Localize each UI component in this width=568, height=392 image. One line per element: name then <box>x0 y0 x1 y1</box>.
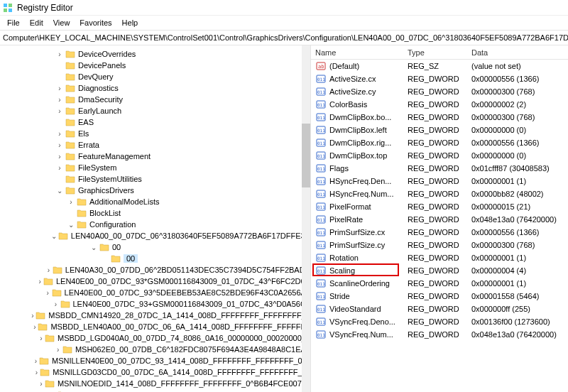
chevron-down-icon[interactable]: ⌄ <box>67 221 75 229</box>
value-row[interactable]: 011PixelRateREG_DWORD0x048e13a0 (7642000… <box>311 213 568 226</box>
tree-node[interactable]: DevicePanels <box>0 60 310 71</box>
value-row[interactable]: 011DwmClipBox.bo...REG_DWORD0x00000300 (… <box>311 111 568 124</box>
tree-node[interactable]: ›LEN40E00_00_07DC_93^5DEEBEB53AE8C52BDE9… <box>0 287 310 298</box>
chevron-right-icon[interactable]: › <box>39 380 43 388</box>
chevron-right-icon[interactable]: › <box>55 164 64 172</box>
tree-node[interactable]: ›MSNILLGD03CD0_00_07DC_6A_1414_008D_FFFF… <box>0 366 310 378</box>
menu-favorites[interactable]: Favorites <box>75 17 116 28</box>
tree-node[interactable]: ›FeatureManagement <box>0 151 310 162</box>
value-row[interactable]: 011HSyncFreq.Num...REG_DWORD0x0000bb82 (… <box>311 187 568 200</box>
tree-node[interactable]: EAS <box>0 116 310 128</box>
value-row[interactable]: 011DwmClipBox.leftREG_DWORD0x00000000 (0… <box>311 124 568 136</box>
tree-node[interactable]: ›Els <box>0 128 310 139</box>
chevron-right-icon[interactable]: › <box>55 50 64 58</box>
column-header-type[interactable]: Type <box>403 48 467 57</box>
svg-text:011: 011 <box>317 332 325 337</box>
dword-value-icon: 011 <box>315 189 327 199</box>
menu-file[interactable]: File <box>3 17 24 28</box>
tree-node[interactable]: ›MSBDD_LEN40A00_00_07DC_06_6A_1414_008D_… <box>0 321 310 332</box>
value-type: REG_DWORD <box>403 190 467 198</box>
tree-node[interactable]: ›MSNILLEN40E00_00_07DC_93_1414_008D_FFFF… <box>0 355 310 366</box>
svg-text:011: 011 <box>317 179 325 184</box>
tree-node[interactable]: ›AdditionalModeLists <box>0 196 310 207</box>
value-row[interactable]: 011StrideREG_DWORD0x00001558 (5464) <box>311 290 568 303</box>
tree-node[interactable]: ›MSBDD_LGD040A0_00_07DD_74_8086_0A16_000… <box>0 332 310 344</box>
menu-view[interactable]: View <box>49 17 75 28</box>
chevron-right-icon[interactable]: › <box>55 346 60 354</box>
chevron-right-icon[interactable]: › <box>46 266 51 274</box>
value-row[interactable]: 011PrimSurfSize.cyREG_DWORD0x00000300 (7… <box>311 239 568 251</box>
chevron-right-icon[interactable]: › <box>34 357 38 365</box>
tree-node[interactable]: ›DeviceOverrides <box>0 48 310 60</box>
chevron-right-icon[interactable]: › <box>67 198 75 206</box>
value-row[interactable]: 011VSyncFreq.Deno...REG_DWORD0x00136f00 … <box>311 315 568 328</box>
chevron-down-icon[interactable]: ⌄ <box>55 187 64 195</box>
value-row[interactable]: 011PixelFormatREG_DWORD0x00000015 (21) <box>311 200 568 213</box>
tree-node[interactable]: ⌄GraphicsDrivers <box>0 185 310 196</box>
value-row[interactable]: ab(Default)REG_SZ(value not set) <box>311 60 568 72</box>
chevron-right-icon[interactable]: › <box>35 369 38 376</box>
tree-node[interactable]: ›MSBDD_CMN14920_28_07DC_1A_1414_008D_FFF… <box>0 310 310 321</box>
column-header-data[interactable]: Data <box>467 48 568 57</box>
chevron-right-icon[interactable]: › <box>53 300 58 308</box>
menu-edit[interactable]: Edit <box>26 17 48 28</box>
value-row[interactable]: 011DwmClipBox.rig...REG_DWORD0x00000556 … <box>311 136 568 149</box>
tree-node[interactable]: ›MSH062E0_00_07DB_C6^182FDC8075F694A3E4A… <box>0 344 310 355</box>
tree-node[interactable]: ›LEN40A30_00_07DD_06^2BD051143DEC35C7394… <box>0 264 310 276</box>
value-row[interactable]: 011ColorBasisREG_DWORD0x00000002 (2) <box>311 98 568 111</box>
value-row[interactable]: 011VideoStandardREG_DWORD0x000000ff (255… <box>311 303 568 315</box>
value-row[interactable]: 011ActiveSize.cyREG_DWORD0x00000300 (768… <box>311 85 568 98</box>
dword-value-icon: 011 <box>315 304 327 314</box>
svg-text:011: 011 <box>317 102 325 107</box>
value-type: REG_DWORD <box>403 151 467 160</box>
address-bar[interactable]: Computer\HKEY_LOCAL_MACHINE\SYSTEM\Contr… <box>0 30 568 45</box>
chevron-right-icon[interactable]: › <box>45 289 50 297</box>
value-row[interactable]: 011FlagsREG_DWORD0x01cfff87 (30408583) <box>311 162 568 175</box>
dword-value-icon: 011 <box>315 317 327 327</box>
tree-node[interactable]: 00 <box>0 253 310 264</box>
tree-node[interactable]: FileSystemUtilities <box>0 173 310 185</box>
chevron-right-icon[interactable]: › <box>55 130 64 138</box>
tree-node-label: DmaSecurity <box>78 95 123 104</box>
tree-node[interactable]: ›LEN40E00_07DC_93+GSM000116843009_01_07D… <box>0 298 310 310</box>
value-row[interactable]: 011HSyncFreq.Den...REG_DWORD0x00000001 (… <box>311 175 568 187</box>
tree-node[interactable]: ›SIMULATED_8086_1616_00000000_00000002_0… <box>0 389 310 392</box>
folder-icon <box>111 254 121 263</box>
chevron-right-icon[interactable]: › <box>38 278 42 285</box>
folder-icon <box>65 50 75 58</box>
tree-node[interactable]: BlockList <box>0 207 310 219</box>
chevron-right-icon[interactable]: › <box>33 323 36 331</box>
chevron-right-icon[interactable]: › <box>55 153 64 160</box>
tree-node[interactable]: ›MSNILNOEDID_1414_008D_FFFFFFFF_FFFFFFFF… <box>0 378 310 389</box>
chevron-down-icon[interactable]: ⌄ <box>51 232 57 240</box>
chevron-down-icon[interactable]: ⌄ <box>89 244 98 251</box>
value-data: 0x00136f00 (1273600) <box>467 317 568 326</box>
tree-node[interactable]: ›Diagnostics <box>0 82 310 94</box>
value-row[interactable]: 011RotationREG_DWORD0x00000001 (1) <box>311 251 568 264</box>
value-row[interactable]: 011PrimSurfSize.cxREG_DWORD0x00000556 (1… <box>311 226 568 239</box>
menu-help[interactable]: Help <box>118 17 143 28</box>
tree-node[interactable]: ⌄00 <box>0 241 310 253</box>
tree-node[interactable]: ›LEN40E00_00_07DC_93*GSM000116843009_01_… <box>0 276 310 287</box>
tree-pane[interactable]: ›DeviceOverridesDevicePanelsDevQuery›Dia… <box>0 45 311 392</box>
tree-node[interactable]: ›EarlyLaunch <box>0 105 310 116</box>
chevron-right-icon[interactable]: › <box>39 334 43 342</box>
value-row[interactable]: 011VSyncFreq.Num...REG_DWORD0x048e13a0 (… <box>311 328 568 341</box>
tree-node[interactable]: ›Errata <box>0 139 310 151</box>
column-header-name[interactable]: Name <box>311 48 403 57</box>
chevron-right-icon[interactable]: › <box>55 85 64 92</box>
tree-node[interactable]: ⌄LEN40A00_00_07DC_06^31803640F5EF5089A77… <box>0 230 310 241</box>
value-row[interactable]: 011ActiveSize.cxREG_DWORD0x00000556 (136… <box>311 72 568 85</box>
tree-scrollbar-thumb[interactable] <box>302 124 310 187</box>
tree-node[interactable]: ›DmaSecurity <box>0 94 310 105</box>
tree-node[interactable]: ›FileSystem <box>0 162 310 173</box>
chevron-right-icon[interactable]: › <box>31 312 35 320</box>
value-row[interactable]: 011DwmClipBox.topREG_DWORD0x00000000 (0) <box>311 149 568 162</box>
chevron-right-icon[interactable]: › <box>55 141 64 149</box>
chevron-right-icon[interactable]: › <box>55 107 64 115</box>
value-row[interactable]: 011ScalingREG_DWORD0x00000004 (4) <box>311 264 568 277</box>
tree-node[interactable]: ⌄Configuration <box>0 219 310 230</box>
value-row[interactable]: 011ScanlineOrderingREG_DWORD0x00000001 (… <box>311 277 568 290</box>
tree-node[interactable]: DevQuery <box>0 71 310 82</box>
chevron-right-icon[interactable]: › <box>55 96 64 104</box>
